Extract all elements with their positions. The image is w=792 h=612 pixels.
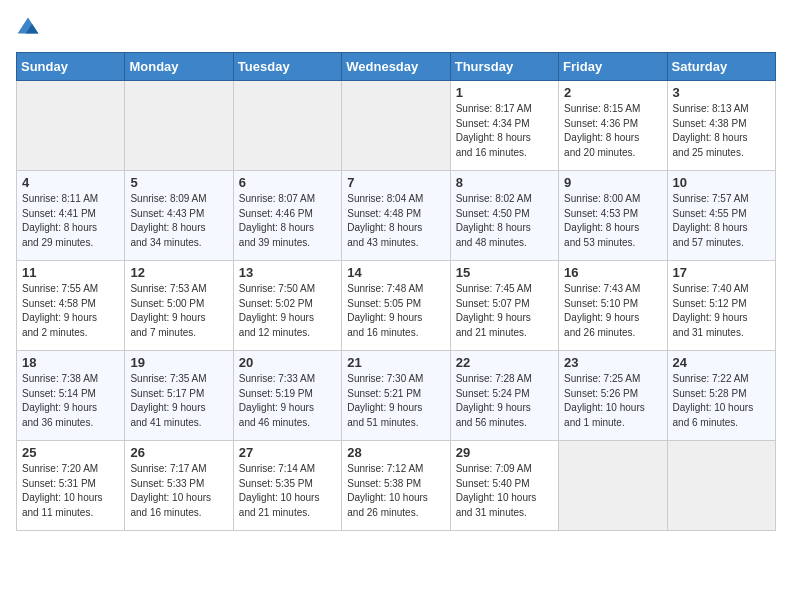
calendar-week-row: 11Sunrise: 7:55 AM Sunset: 4:58 PM Dayli…	[17, 261, 776, 351]
day-number: 13	[239, 265, 336, 280]
calendar-cell	[667, 441, 775, 531]
day-number: 11	[22, 265, 119, 280]
day-info: Sunrise: 7:35 AM Sunset: 5:17 PM Dayligh…	[130, 372, 227, 430]
calendar-cell	[17, 81, 125, 171]
day-info: Sunrise: 7:17 AM Sunset: 5:33 PM Dayligh…	[130, 462, 227, 520]
day-info: Sunrise: 8:13 AM Sunset: 4:38 PM Dayligh…	[673, 102, 770, 160]
calendar-cell: 26Sunrise: 7:17 AM Sunset: 5:33 PM Dayli…	[125, 441, 233, 531]
calendar-cell	[125, 81, 233, 171]
calendar-cell: 5Sunrise: 8:09 AM Sunset: 4:43 PM Daylig…	[125, 171, 233, 261]
day-info: Sunrise: 8:17 AM Sunset: 4:34 PM Dayligh…	[456, 102, 553, 160]
day-info: Sunrise: 7:48 AM Sunset: 5:05 PM Dayligh…	[347, 282, 444, 340]
day-info: Sunrise: 7:53 AM Sunset: 5:00 PM Dayligh…	[130, 282, 227, 340]
day-number: 17	[673, 265, 770, 280]
weekday-header: Monday	[125, 53, 233, 81]
day-number: 18	[22, 355, 119, 370]
day-number: 23	[564, 355, 661, 370]
calendar-cell: 10Sunrise: 7:57 AM Sunset: 4:55 PM Dayli…	[667, 171, 775, 261]
day-info: Sunrise: 8:07 AM Sunset: 4:46 PM Dayligh…	[239, 192, 336, 250]
day-info: Sunrise: 8:00 AM Sunset: 4:53 PM Dayligh…	[564, 192, 661, 250]
day-number: 27	[239, 445, 336, 460]
calendar-cell: 28Sunrise: 7:12 AM Sunset: 5:38 PM Dayli…	[342, 441, 450, 531]
day-info: Sunrise: 7:25 AM Sunset: 5:26 PM Dayligh…	[564, 372, 661, 430]
day-info: Sunrise: 7:33 AM Sunset: 5:19 PM Dayligh…	[239, 372, 336, 430]
calendar-cell: 4Sunrise: 8:11 AM Sunset: 4:41 PM Daylig…	[17, 171, 125, 261]
calendar-week-row: 18Sunrise: 7:38 AM Sunset: 5:14 PM Dayli…	[17, 351, 776, 441]
day-info: Sunrise: 7:30 AM Sunset: 5:21 PM Dayligh…	[347, 372, 444, 430]
day-number: 3	[673, 85, 770, 100]
calendar-cell: 6Sunrise: 8:07 AM Sunset: 4:46 PM Daylig…	[233, 171, 341, 261]
calendar-cell: 1Sunrise: 8:17 AM Sunset: 4:34 PM Daylig…	[450, 81, 558, 171]
calendar-cell: 23Sunrise: 7:25 AM Sunset: 5:26 PM Dayli…	[559, 351, 667, 441]
weekday-header: Friday	[559, 53, 667, 81]
day-number: 6	[239, 175, 336, 190]
day-number: 14	[347, 265, 444, 280]
day-number: 19	[130, 355, 227, 370]
day-info: Sunrise: 7:57 AM Sunset: 4:55 PM Dayligh…	[673, 192, 770, 250]
calendar-table: SundayMondayTuesdayWednesdayThursdayFrid…	[16, 52, 776, 531]
calendar-cell: 18Sunrise: 7:38 AM Sunset: 5:14 PM Dayli…	[17, 351, 125, 441]
calendar-cell: 19Sunrise: 7:35 AM Sunset: 5:17 PM Dayli…	[125, 351, 233, 441]
calendar-cell: 12Sunrise: 7:53 AM Sunset: 5:00 PM Dayli…	[125, 261, 233, 351]
day-number: 4	[22, 175, 119, 190]
calendar-cell: 15Sunrise: 7:45 AM Sunset: 5:07 PM Dayli…	[450, 261, 558, 351]
calendar-cell: 7Sunrise: 8:04 AM Sunset: 4:48 PM Daylig…	[342, 171, 450, 261]
calendar-cell: 29Sunrise: 7:09 AM Sunset: 5:40 PM Dayli…	[450, 441, 558, 531]
day-info: Sunrise: 7:55 AM Sunset: 4:58 PM Dayligh…	[22, 282, 119, 340]
calendar-cell: 3Sunrise: 8:13 AM Sunset: 4:38 PM Daylig…	[667, 81, 775, 171]
day-number: 28	[347, 445, 444, 460]
day-info: Sunrise: 8:15 AM Sunset: 4:36 PM Dayligh…	[564, 102, 661, 160]
calendar-cell: 9Sunrise: 8:00 AM Sunset: 4:53 PM Daylig…	[559, 171, 667, 261]
weekday-header: Sunday	[17, 53, 125, 81]
calendar-week-row: 25Sunrise: 7:20 AM Sunset: 5:31 PM Dayli…	[17, 441, 776, 531]
calendar-cell: 27Sunrise: 7:14 AM Sunset: 5:35 PM Dayli…	[233, 441, 341, 531]
calendar-cell: 13Sunrise: 7:50 AM Sunset: 5:02 PM Dayli…	[233, 261, 341, 351]
calendar-cell	[233, 81, 341, 171]
weekday-header: Wednesday	[342, 53, 450, 81]
day-info: Sunrise: 7:12 AM Sunset: 5:38 PM Dayligh…	[347, 462, 444, 520]
day-info: Sunrise: 7:45 AM Sunset: 5:07 PM Dayligh…	[456, 282, 553, 340]
day-number: 7	[347, 175, 444, 190]
day-info: Sunrise: 7:20 AM Sunset: 5:31 PM Dayligh…	[22, 462, 119, 520]
day-number: 1	[456, 85, 553, 100]
day-number: 26	[130, 445, 227, 460]
calendar-cell: 11Sunrise: 7:55 AM Sunset: 4:58 PM Dayli…	[17, 261, 125, 351]
day-number: 10	[673, 175, 770, 190]
day-number: 24	[673, 355, 770, 370]
logo-icon	[16, 16, 40, 40]
day-number: 2	[564, 85, 661, 100]
day-info: Sunrise: 7:09 AM Sunset: 5:40 PM Dayligh…	[456, 462, 553, 520]
calendar-cell	[559, 441, 667, 531]
calendar-cell: 14Sunrise: 7:48 AM Sunset: 5:05 PM Dayli…	[342, 261, 450, 351]
page-header	[16, 16, 776, 40]
calendar-cell	[342, 81, 450, 171]
day-info: Sunrise: 7:22 AM Sunset: 5:28 PM Dayligh…	[673, 372, 770, 430]
day-number: 9	[564, 175, 661, 190]
calendar-cell: 17Sunrise: 7:40 AM Sunset: 5:12 PM Dayli…	[667, 261, 775, 351]
day-number: 16	[564, 265, 661, 280]
calendar-cell: 24Sunrise: 7:22 AM Sunset: 5:28 PM Dayli…	[667, 351, 775, 441]
day-number: 25	[22, 445, 119, 460]
day-info: Sunrise: 8:11 AM Sunset: 4:41 PM Dayligh…	[22, 192, 119, 250]
calendar-week-row: 1Sunrise: 8:17 AM Sunset: 4:34 PM Daylig…	[17, 81, 776, 171]
day-number: 21	[347, 355, 444, 370]
day-info: Sunrise: 7:28 AM Sunset: 5:24 PM Dayligh…	[456, 372, 553, 430]
day-info: Sunrise: 8:04 AM Sunset: 4:48 PM Dayligh…	[347, 192, 444, 250]
day-number: 15	[456, 265, 553, 280]
calendar-cell: 8Sunrise: 8:02 AM Sunset: 4:50 PM Daylig…	[450, 171, 558, 261]
day-number: 12	[130, 265, 227, 280]
day-number: 8	[456, 175, 553, 190]
day-number: 29	[456, 445, 553, 460]
calendar-cell: 21Sunrise: 7:30 AM Sunset: 5:21 PM Dayli…	[342, 351, 450, 441]
day-info: Sunrise: 8:02 AM Sunset: 4:50 PM Dayligh…	[456, 192, 553, 250]
day-info: Sunrise: 7:43 AM Sunset: 5:10 PM Dayligh…	[564, 282, 661, 340]
calendar-cell: 16Sunrise: 7:43 AM Sunset: 5:10 PM Dayli…	[559, 261, 667, 351]
weekday-header: Tuesday	[233, 53, 341, 81]
logo	[16, 16, 44, 40]
day-number: 22	[456, 355, 553, 370]
calendar-cell: 20Sunrise: 7:33 AM Sunset: 5:19 PM Dayli…	[233, 351, 341, 441]
day-info: Sunrise: 7:38 AM Sunset: 5:14 PM Dayligh…	[22, 372, 119, 430]
weekday-header: Saturday	[667, 53, 775, 81]
day-number: 20	[239, 355, 336, 370]
calendar-cell: 25Sunrise: 7:20 AM Sunset: 5:31 PM Dayli…	[17, 441, 125, 531]
